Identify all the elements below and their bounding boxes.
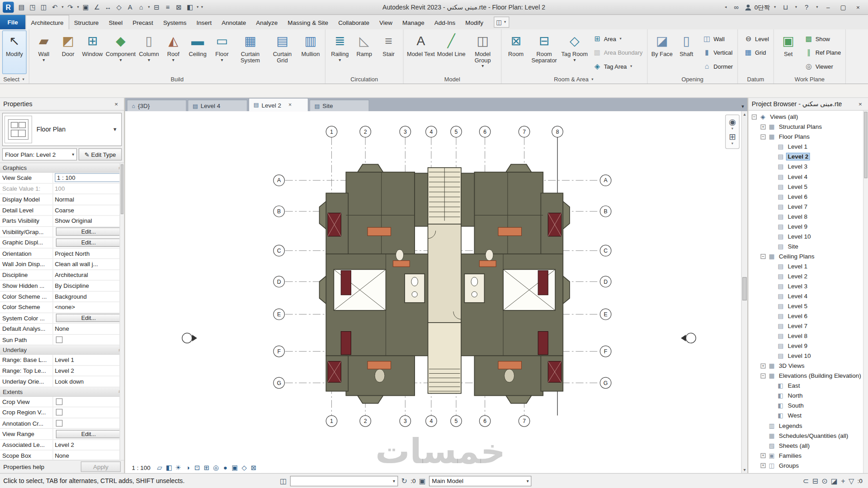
scroll-up-icon[interactable]: ▲: [742, 111, 747, 117]
shadows-icon[interactable]: ◑: [183, 463, 193, 472]
search-icon[interactable]: ∞: [731, 2, 741, 13]
visual-style-icon[interactable]: ◧: [164, 463, 174, 472]
tree-item-sheets-all[interactable]: ▧Sheets (all): [749, 441, 868, 450]
property-value[interactable]: Show Original: [53, 216, 124, 226]
ceiling-button[interactable]: ▬Ceiling: [185, 30, 210, 74]
sun-path-icon[interactable]: ☀: [174, 463, 183, 472]
system-color-edit-button[interactable]: Edit...: [56, 314, 121, 322]
tree-item-3d-views[interactable]: +▦3D Views: [749, 361, 868, 371]
apply-button[interactable]: Apply: [81, 461, 121, 472]
edit-type-button[interactable]: ✎ Edit Type: [79, 148, 122, 160]
crop-region-v-checkbox[interactable]: [56, 409, 63, 416]
ribbon-options-toggle[interactable]: ◫▾: [494, 17, 509, 28]
collapse-search-caret[interactable]: ◂: [723, 5, 728, 9]
tree-item-groups[interactable]: +◫Groups: [749, 460, 868, 470]
curtain-grid-button[interactable]: ▤Curtain Grid: [266, 30, 298, 74]
text-icon[interactable]: A: [125, 2, 136, 13]
tree-item-level-8[interactable]: ▤Level 8: [749, 331, 868, 341]
property-value[interactable]: Look down: [53, 376, 124, 387]
tree-item-level-7[interactable]: ▤Level 7: [749, 321, 868, 331]
view-tab-close-icon[interactable]: ×: [288, 102, 292, 108]
expand-box-icon[interactable]: +: [760, 463, 765, 468]
drag-on-selection-icon[interactable]: +: [841, 477, 845, 485]
workset-selector[interactable]: ▾: [290, 475, 398, 486]
tree-item-elevations-building-elevation[interactable]: −▦Elevations (Building Elevation): [749, 371, 868, 380]
tree-item-ceiling-plans[interactable]: −▦Ceiling Plans: [749, 251, 868, 261]
tree-item-level-5[interactable]: ▤Level 5: [749, 182, 868, 192]
close-inactive-icon[interactable]: ⊠: [173, 2, 184, 13]
property-value[interactable]: Level 2: [53, 366, 124, 376]
tree-item-level-2[interactable]: ▤Level 2: [749, 271, 868, 281]
tree-item-level-6[interactable]: ▤Level 6: [749, 192, 868, 202]
window-button[interactable]: ⊞Window: [80, 30, 105, 74]
ribbon-panel-label-circulation[interactable]: Circulation: [326, 75, 403, 84]
view-tab-3d[interactable]: ⌂{3D}: [127, 99, 186, 111]
worksets-icon[interactable]: ◫: [280, 477, 287, 485]
help-icon[interactable]: ?: [801, 2, 812, 13]
temporary-view-properties-icon[interactable]: ▣: [230, 463, 240, 472]
viewer-button[interactable]: ◎Viewer: [802, 59, 843, 73]
crop-view-checkbox[interactable]: [56, 398, 63, 405]
collapse-box-icon[interactable]: −: [760, 373, 765, 378]
column-button[interactable]: ▯Column▼: [137, 30, 161, 74]
ribbon-panel-label-select[interactable]: Select▾: [0, 75, 29, 84]
property-value[interactable]: None: [53, 450, 124, 460]
expand-box-icon[interactable]: +: [760, 124, 765, 129]
customize-qat-caret[interactable]: ▾: [200, 5, 204, 9]
aligned-dimension-icon[interactable]: ↔: [103, 2, 113, 13]
ribbon-tab-precast[interactable]: Precast: [127, 16, 158, 29]
property-value[interactable]: [53, 407, 124, 418]
ribbon-tab-annotate[interactable]: Annotate: [217, 16, 251, 29]
section-icon[interactable]: ⊟: [151, 2, 162, 13]
tag-area-button[interactable]: ◈Tag Area▾: [590, 59, 645, 73]
collapse-box-icon[interactable]: −: [760, 253, 765, 258]
property-value[interactable]: Clean all wall j...: [53, 259, 124, 269]
shaft-button[interactable]: ▯Shaft: [674, 30, 698, 74]
property-value[interactable]: Project North: [53, 248, 124, 258]
graphic-displ-edit-button[interactable]: Edit...: [56, 238, 121, 246]
property-value[interactable]: None: [53, 324, 124, 334]
ribbon-panel-label-room-area[interactable]: Room & Area▾: [501, 75, 647, 84]
thin-lines-icon[interactable]: ≡: [162, 2, 173, 13]
view-tab-site[interactable]: ▤Site: [309, 99, 369, 111]
design-options-icon[interactable]: ▣: [419, 477, 426, 485]
scroll-down-icon[interactable]: ▼: [742, 467, 747, 473]
view-range-edit-button[interactable]: Edit...: [56, 430, 121, 438]
ribbon-tab-collaborate[interactable]: Collaborate: [333, 16, 374, 29]
scrollbar-thumb[interactable]: [742, 277, 747, 300]
property-value[interactable]: Level 2: [53, 440, 124, 450]
view-tab-list-caret[interactable]: ▾: [741, 103, 744, 109]
tree-item-west[interactable]: ◧West: [749, 411, 868, 421]
roof-button[interactable]: ◭Roof▼: [161, 30, 185, 74]
switch-windows-caret[interactable]: ▾: [195, 5, 200, 9]
curtain-system-button[interactable]: ▦Curtain System: [234, 30, 266, 74]
ribbon-tab-file[interactable]: File: [0, 15, 25, 29]
sun-path-checkbox[interactable]: [56, 336, 63, 343]
view-scale-button[interactable]: 1 : 100: [128, 464, 154, 471]
collapse-box-icon[interactable]: −: [760, 134, 765, 139]
show-button[interactable]: ▩Show: [802, 32, 843, 46]
ribbon-tab-massing-site[interactable]: Massing & Site: [283, 16, 333, 29]
tree-item-schedules-quantities-all[interactable]: ▦Schedules/Quantities (all): [749, 431, 868, 441]
property-value[interactable]: Coarse: [53, 205, 124, 216]
property-value[interactable]: Background: [53, 291, 124, 302]
tree-item-level-3[interactable]: ▤Level 3: [749, 162, 868, 172]
app-store-icon[interactable]: ⊔: [780, 2, 791, 13]
type-selector[interactable]: Floor Plan ▼: [2, 113, 122, 146]
ribbon-tab-insert[interactable]: Insert: [192, 16, 217, 29]
tree-item-level-3[interactable]: ▤Level 3: [749, 281, 868, 291]
property-group-underlay[interactable]: Underlay»: [0, 345, 124, 355]
annotation-cr-checkbox[interactable]: [56, 420, 63, 427]
modify-button[interactable]: ↖Modify: [2, 30, 27, 74]
stair-button[interactable]: ≡Stair: [377, 30, 401, 74]
properties-close-icon[interactable]: ×: [112, 101, 121, 108]
by-face-button[interactable]: ◪By Face: [650, 30, 674, 74]
model-line-button[interactable]: ╱Model Line: [436, 30, 467, 74]
steering-wheel-caret[interactable]: ▾: [731, 126, 733, 130]
level-button[interactable]: ⊖Level: [742, 32, 771, 46]
tag-by-category-icon[interactable]: ◇: [113, 2, 124, 13]
hide-analytical-model-icon[interactable]: ◇: [240, 463, 249, 472]
tree-item-level-9[interactable]: ▤Level 9: [749, 341, 868, 351]
store-caret[interactable]: ▾: [794, 5, 798, 9]
room-button[interactable]: ⊠Room: [504, 30, 528, 74]
